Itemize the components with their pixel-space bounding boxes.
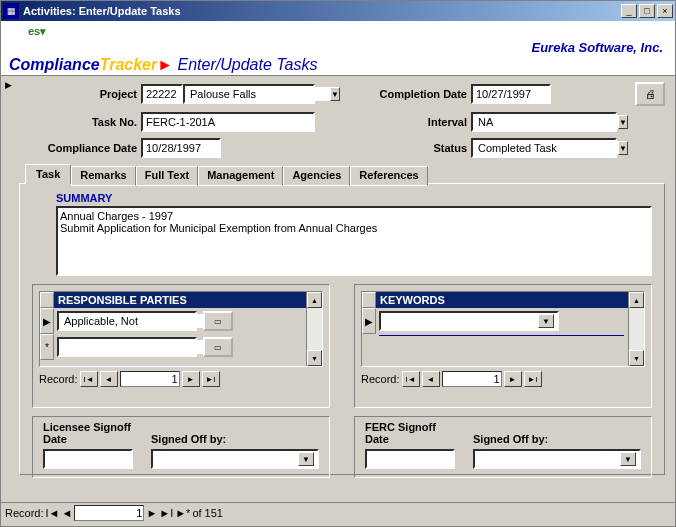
nav-prev-icon[interactable]: ◄ (422, 371, 440, 387)
maximize-button[interactable]: □ (639, 4, 655, 18)
record-position[interactable] (442, 371, 502, 387)
titlebar: ▦ Activities: Enter/Update Tasks _ □ × (1, 1, 675, 21)
tab-references[interactable]: References (350, 166, 427, 186)
nav-new-icon[interactable]: ►* (175, 507, 190, 519)
status-input[interactable] (476, 141, 618, 155)
nav-last-icon[interactable]: ►I (159, 507, 173, 519)
new-row-selector[interactable]: * (40, 334, 54, 360)
compliance-date-label: Compliance Date (19, 142, 137, 154)
logo-word-tracker: Tracker (100, 56, 158, 73)
nav-last-icon[interactable]: ►I (202, 371, 220, 387)
status-combo[interactable]: ▼ (471, 138, 617, 158)
licensee-signedoffby-input[interactable] (156, 452, 298, 466)
ferc-signedoffby-combo[interactable]: ▼ (473, 449, 641, 469)
licensee-signoff-date-label: Licensee Signoff Date (43, 421, 135, 445)
ferc-signoff-date-input[interactable] (365, 449, 455, 469)
form-body: ▶ Project ▼ Completion Date 🖨 Task No. (1, 76, 675, 502)
tab-management[interactable]: Management (198, 166, 283, 186)
interval-combo[interactable]: ▼ (471, 112, 617, 132)
project-label: Project (19, 88, 137, 100)
scrollbar[interactable]: ▲ ▼ (306, 292, 322, 366)
ferc-signedoffby-input[interactable] (478, 452, 620, 466)
party-detail-button[interactable]: ▭ (203, 311, 233, 331)
tab-task[interactable]: Task (25, 164, 71, 184)
party-input[interactable] (62, 314, 204, 328)
logo-word-compliance: Compliance (9, 56, 100, 73)
nav-prev-icon[interactable]: ◄ (100, 371, 118, 387)
keyword-input[interactable] (384, 314, 538, 328)
interval-input[interactable] (476, 115, 618, 129)
main-record-nav: Record: I◄ ◄ ► ►I ►* of 151 (1, 502, 675, 522)
nav-next-icon[interactable]: ► (146, 507, 157, 519)
nav-next-icon[interactable]: ► (504, 371, 522, 387)
chevron-down-icon[interactable]: ▼ (618, 141, 628, 155)
summary-line1: Annual Charges - 1997 (60, 210, 648, 222)
close-button[interactable]: × (657, 4, 673, 18)
completion-date-input[interactable] (471, 84, 551, 104)
compliance-date-input[interactable] (141, 138, 221, 158)
licensee-signoff-date-input[interactable] (43, 449, 133, 469)
es-badge: es▾ (28, 25, 46, 38)
completion-date-label: Completion Date (315, 88, 467, 100)
chevron-down-icon[interactable]: ▼ (298, 452, 314, 466)
ferc-signoff-date-label: FERC Signoff Date (365, 421, 457, 445)
ferc-signoff-box: FERC Signoff Date Signed Off by: ▼ (354, 416, 652, 478)
parties-record-nav: Record: I◄ ◄ ► ►I (39, 371, 323, 387)
keywords-record-nav: Record: I◄ ◄ ► ►I (361, 371, 645, 387)
taskno-input[interactable] (141, 112, 315, 132)
company-name: Eureka Software, Inc. (532, 40, 664, 55)
minimize-button[interactable]: _ (621, 4, 637, 18)
form-area: Project ▼ Completion Date 🖨 Task No. Int… (15, 76, 675, 502)
scroll-down-icon[interactable]: ▼ (307, 350, 322, 366)
tab-remarks[interactable]: Remarks (71, 166, 135, 186)
summary-label: SUMMARY (56, 192, 652, 204)
record-position[interactable] (120, 371, 180, 387)
header-bar: es▾ ComplianceTracker► Enter/Update Task… (1, 21, 675, 76)
nav-last-icon[interactable]: ►I (524, 371, 542, 387)
logo-area: es▾ ComplianceTracker► Enter/Update Task… (9, 57, 317, 73)
party-input-new[interactable] (62, 340, 204, 354)
nav-prev-icon[interactable]: ◄ (61, 507, 72, 519)
print-button[interactable]: 🖨 (635, 82, 665, 106)
party-combo-new[interactable]: ▼ (57, 337, 197, 357)
keyword-combo[interactable]: ▼ (379, 311, 559, 331)
taskno-label: Task No. (19, 116, 137, 128)
summary-textarea[interactable]: Annual Charges - 1997 Submit Application… (56, 206, 652, 276)
party-detail-button-new[interactable]: ▭ (203, 337, 233, 357)
licensee-signoff-box: Licensee Signoff Date Signed Off by: ▼ (32, 416, 330, 478)
record-label: Record: (39, 373, 78, 385)
record-selector-handle[interactable]: ▶ (1, 76, 15, 502)
record-position[interactable] (74, 505, 144, 521)
chevron-down-icon[interactable]: ▼ (618, 115, 628, 129)
row-selector[interactable]: ▶ (362, 308, 376, 334)
chevron-down-icon[interactable]: ▼ (620, 452, 636, 466)
tab-fulltext[interactable]: Full Text (136, 166, 198, 186)
nav-first-icon[interactable]: I◄ (80, 371, 98, 387)
tab-agencies[interactable]: Agencies (283, 166, 350, 186)
scroll-up-icon[interactable]: ▲ (629, 292, 644, 308)
project-name-input[interactable] (188, 87, 330, 101)
party-combo[interactable]: ▼ (57, 311, 197, 331)
tab-panel-task: SUMMARY Annual Charges - 1997 Submit App… (19, 183, 665, 475)
scroll-up-icon[interactable]: ▲ (307, 292, 322, 308)
status-label: Status (315, 142, 467, 154)
nav-first-icon[interactable]: I◄ (402, 371, 420, 387)
project-name-combo[interactable]: ▼ (183, 84, 315, 104)
subform-selector[interactable] (40, 292, 54, 308)
scroll-down-icon[interactable]: ▼ (629, 350, 644, 366)
page-title: Enter/Update Tasks (178, 56, 318, 73)
app-icon: ▦ (3, 3, 19, 19)
nav-next-icon[interactable]: ► (182, 371, 200, 387)
responsible-parties-panel: RESPONSIBLE PARTIES ▶ ▼ (32, 284, 330, 408)
keywords-panel: KEYWORDS ▶ ▼ (354, 284, 652, 408)
chevron-down-icon[interactable]: ▼ (538, 314, 554, 328)
printer-icon: 🖨 (645, 88, 656, 100)
interval-label: Interval (315, 116, 467, 128)
subform-selector[interactable] (362, 292, 376, 308)
project-code-input[interactable] (141, 84, 183, 104)
scrollbar[interactable]: ▲ ▼ (628, 292, 644, 366)
row-selector[interactable]: ▶ (40, 308, 54, 334)
nav-first-icon[interactable]: I◄ (46, 507, 60, 519)
record-label: Record: (361, 373, 400, 385)
licensee-signedoffby-combo[interactable]: ▼ (151, 449, 319, 469)
